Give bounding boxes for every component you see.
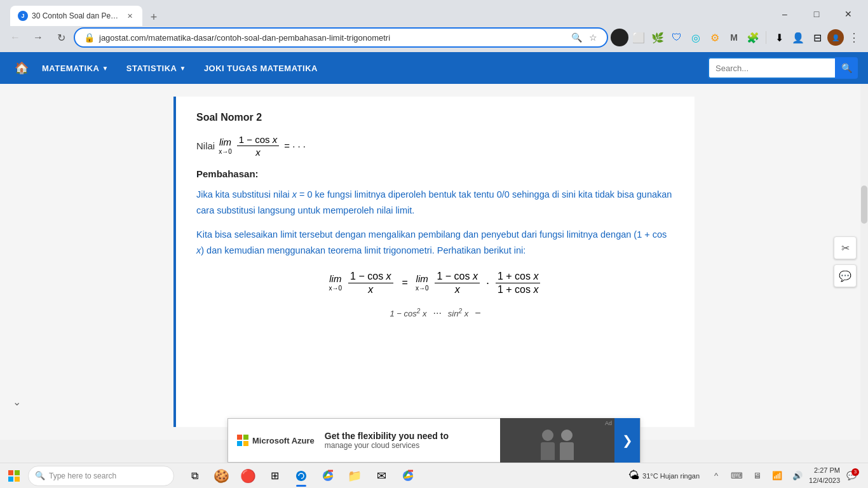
taskbar-folder[interactable]: 📁 — [342, 464, 367, 488]
edge-icon — [295, 470, 308, 482]
lim-group: lim x→0 — [219, 137, 232, 156]
time-display: 2:27 PM — [809, 466, 840, 475]
taskbar-red-circle[interactable]: 🔴 — [235, 464, 261, 488]
nav-statistika[interactable]: STATISTIKA ▼ — [118, 52, 195, 84]
person2 — [560, 430, 574, 460]
formula-num-right2: 1 + cos x — [496, 271, 540, 283]
taskbar-mail[interactable]: ✉ — [369, 464, 394, 488]
taskbar: 🔍 Type here to search ⧉ 🍪 🔴 ⊞ 📁 ✉ — [0, 463, 868, 488]
nav-joki[interactable]: JOKI TUGAS MATEMATIKA — [195, 52, 327, 84]
address-bar[interactable]: 🔒 jagostat.com/matematika-dasar/contoh-s… — [74, 27, 608, 48]
nav-search-input[interactable] — [708, 57, 835, 79]
taskbar-taskview[interactable]: ⧉ — [182, 464, 207, 488]
taskbar-clock[interactable]: 2:27 PM 12/4/2023 — [809, 466, 840, 485]
formula-lim-sub-left: x→0 — [329, 285, 342, 292]
formula-den-right2: 1 + cos x — [496, 283, 540, 295]
formula-frac-right1: 1 − cos x x — [435, 271, 479, 295]
ad-brand: Microsoft Azure — [252, 436, 315, 445]
new-tab-button[interactable]: + — [145, 8, 163, 26]
forward-button[interactable]: → — [28, 27, 48, 48]
ext-square-icon[interactable]: ⬜ — [630, 29, 648, 46]
network-icon[interactable]: 📶 — [768, 467, 786, 485]
site-nav: 🏠 MATEMATIKA ▼ STATISTIKA ▼ JOKI TUGAS M… — [0, 52, 868, 84]
pembahasan-title: Pembahasan: — [196, 168, 674, 179]
formula-frac-left: 1 − cos x x — [348, 271, 393, 295]
home-nav-icon[interactable]: 🏠 — [10, 57, 33, 79]
page-down-button[interactable]: ⌄ — [9, 394, 24, 409]
scissors-button[interactable]: ✂ — [834, 236, 857, 259]
tab-close-button[interactable]: ✕ — [125, 11, 135, 21]
taskbar-search-box[interactable]: 🔍 Type here to search — [28, 466, 174, 486]
minimize-button[interactable]: – — [770, 4, 799, 24]
bookmark-icon[interactable]: ☆ — [587, 31, 599, 44]
formula-num-left: 1 − cos x — [348, 271, 393, 283]
ext-circle-icon[interactable] — [611, 29, 628, 46]
ad-headline: Get the flexibility you need to — [325, 431, 491, 441]
keyboard-icon[interactable]: ⌨ — [728, 467, 745, 485]
taskbar-chrome2[interactable] — [395, 464, 421, 488]
head2 — [561, 430, 573, 441]
ext-cyan-icon[interactable]: ◎ — [687, 29, 705, 46]
download-icon[interactable]: ⬇ — [770, 29, 788, 46]
ad-logo-area: Microsoft Azure Get the flexibility you … — [228, 431, 500, 450]
maximize-button[interactable]: □ — [802, 4, 831, 24]
volume-icon[interactable]: 🔊 — [789, 467, 806, 485]
notification-icon[interactable]: 💬 3 — [843, 467, 860, 485]
problem-formula: Nilai lim x→0 1 − cos x x = · · · — [196, 135, 674, 157]
formula-num-right1: 1 − cos x — [435, 271, 479, 283]
taskbar-right: 🌤 31°C Hujan ringan ^ ⌨ 🖥 📶 🔊 2:27 PM 12… — [628, 466, 865, 485]
address-bar-row: ← → ↻ 🔒 jagostat.com/matematika-dasar/co… — [0, 24, 868, 52]
close-button[interactable]: ✕ — [834, 4, 863, 24]
main-content: Soal Nomor 2 Nilai lim x→0 1 − cos x x =… — [0, 84, 868, 440]
monitor-icon[interactable]: 🖥 — [748, 467, 766, 485]
ext-puzzle2-icon[interactable]: 🧩 — [744, 29, 762, 46]
nav-matematika[interactable]: MATEMATIKA ▼ — [33, 52, 118, 84]
back-button[interactable]: ← — [5, 27, 25, 48]
chrome-icon — [322, 470, 334, 482]
explanation-1: Jika kita substitusi nilai x = 0 ke fung… — [196, 187, 674, 218]
ad-banner: Microsoft Azure Get the flexibility you … — [227, 418, 641, 463]
sidebar-icon[interactable]: ⊟ — [808, 29, 826, 46]
partial-minus: − — [475, 308, 480, 319]
browser-menu-button[interactable]: ⋮ — [845, 29, 863, 46]
taskbar-edge[interactable] — [288, 464, 314, 488]
search-lens-icon[interactable]: 🔍 — [570, 31, 583, 44]
formula-den-left: x — [366, 283, 375, 295]
ext-blue-icon[interactable]: 🛡 — [668, 29, 686, 46]
weather-area[interactable]: 🌤 31°C Hujan ringan — [628, 469, 700, 482]
system-tray-up[interactable]: ^ — [707, 467, 725, 485]
ad-image — [500, 418, 614, 463]
formula-lim-word-right: lim — [416, 273, 428, 285]
lim-word: lim — [219, 137, 231, 148]
ms-sq3 — [237, 441, 242, 446]
scrollbar-thumb[interactable] — [861, 186, 867, 224]
reload-button[interactable]: ↻ — [51, 27, 71, 48]
chat-button[interactable]: 💬 — [834, 264, 857, 287]
taskbar-taskbar-icon[interactable]: ⊞ — [262, 464, 287, 488]
fraction-denominator: x — [254, 146, 262, 157]
scrollbar[interactable] — [860, 84, 868, 440]
formula-frac-right2: 1 + cos x 1 + cos x — [496, 271, 540, 295]
ms-sq2 — [243, 435, 248, 440]
nav-search-button[interactable]: 🔍 — [835, 57, 858, 79]
formula-lim-word-left: lim — [329, 273, 341, 285]
browser-tab[interactable]: J 30 Contoh Soal dan Pembaha… ✕ — [10, 6, 142, 26]
ext-puzzle-icon[interactable]: 🌿 — [649, 29, 667, 46]
notification-badge: 3 — [851, 468, 859, 476]
ext-orange-icon[interactable]: ⚙ — [706, 29, 724, 46]
partial-dots: ··· — [433, 308, 441, 319]
chevron-down-icon: ▼ — [102, 65, 108, 72]
ad-subtext: manage your cloud services — [325, 441, 491, 450]
start-button[interactable] — [3, 464, 25, 487]
body1 — [541, 442, 555, 460]
person1 — [541, 430, 555, 460]
fraction-numerator: 1 − cos x — [237, 135, 279, 146]
profile-icon[interactable]: 👤 — [789, 29, 807, 46]
formula-partial: 1 − cos2 x ··· sin2 x − — [196, 308, 674, 319]
avatar-icon[interactable]: 👤 — [827, 29, 844, 46]
ad-arrow-button[interactable]: ❯ — [614, 418, 640, 463]
taskbar-chrome[interactable] — [315, 464, 341, 488]
ext-m-icon[interactable]: M — [725, 29, 743, 46]
ms-sq1 — [237, 435, 242, 440]
taskbar-gingerbread[interactable]: 🍪 — [208, 464, 234, 488]
